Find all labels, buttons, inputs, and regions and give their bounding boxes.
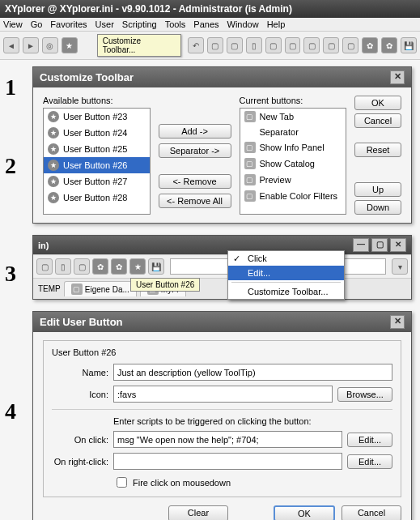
- menu-go[interactable]: Go: [31, 19, 43, 29]
- close-icon[interactable]: ✕: [390, 315, 405, 329]
- panes2-icon[interactable]: ▢: [265, 37, 282, 53]
- menu-panes[interactable]: Panes: [193, 19, 218, 29]
- back-icon[interactable]: ◄: [3, 37, 19, 53]
- ctx-edit[interactable]: Edit...: [228, 266, 344, 280]
- remove-all-button[interactable]: <- Remove All: [159, 194, 231, 208]
- target-icon[interactable]: ◎: [42, 37, 58, 53]
- menu-view[interactable]: View: [3, 19, 23, 29]
- ok-button[interactable]: OK: [354, 96, 401, 110]
- list-item[interactable]: ▢Preview: [240, 172, 346, 188]
- gear-icon[interactable]: ✿: [381, 37, 397, 53]
- user-button-icon: ★: [48, 127, 59, 139]
- maximize-icon[interactable]: ▢: [371, 238, 388, 252]
- up-button[interactable]: Up: [354, 182, 401, 197]
- tb-icon[interactable]: ▢: [323, 37, 339, 53]
- star-icon[interactable]: ★: [129, 258, 146, 275]
- list-item[interactable]: ★User Button #28: [44, 190, 150, 206]
- close-icon[interactable]: ✕: [390, 238, 406, 252]
- tb-icon[interactable]: ▯: [55, 258, 71, 275]
- panel-title: in): [38, 241, 49, 250]
- list-item[interactable]: ★User Button #23: [44, 109, 150, 125]
- available-list[interactable]: ★User Button #23 ★User Button #24 ★User …: [43, 108, 151, 215]
- ctx-customize[interactable]: Customize Toolbar...: [228, 284, 344, 299]
- remove-button[interactable]: <- Remove: [159, 174, 231, 189]
- dropdown-icon[interactable]: ▾: [392, 258, 408, 275]
- tab-temp[interactable]: TEMP: [38, 284, 61, 293]
- fire-checkbox[interactable]: [117, 477, 127, 488]
- context-menu: ✓Click Edit... Customize Toolbar...: [227, 250, 345, 300]
- window-title: XYplorer @ XYplorer.ini - v9.90.1012 - A…: [0, 0, 420, 18]
- tb-icon[interactable]: ▢: [74, 258, 90, 275]
- add-button[interactable]: Add ->: [159, 124, 231, 139]
- name-input[interactable]: [113, 364, 392, 381]
- cancel-button[interactable]: Cancel: [342, 505, 401, 520]
- star-icon[interactable]: ★: [62, 37, 78, 53]
- dialog-title: Edit User Button: [40, 316, 123, 328]
- minimize-icon[interactable]: —: [353, 238, 369, 252]
- onrightclick-input[interactable]: [113, 453, 342, 470]
- gear-icon[interactable]: ✿: [92, 258, 108, 275]
- menu-help[interactable]: Help: [267, 19, 286, 29]
- available-label: Available buttons:: [43, 96, 151, 105]
- newtab-icon: ▢: [244, 111, 256, 122]
- color-icon: ▢: [244, 190, 256, 202]
- step-1: 1: [5, 75, 16, 100]
- list-item[interactable]: ▢Show Catalog: [240, 156, 346, 172]
- menu-window[interactable]: Window: [227, 19, 259, 29]
- tab[interactable]: ▢Eigene Da...: [64, 281, 137, 296]
- undo-icon[interactable]: ↶: [188, 37, 204, 53]
- ctx-click[interactable]: ✓Click: [228, 251, 344, 266]
- current-list[interactable]: ▢New Tab Separator ▢Show Info Panel ▢Sho…: [240, 108, 347, 215]
- button-tooltip: User Button #26: [130, 278, 200, 292]
- step-3: 3: [5, 261, 16, 287]
- icon-input[interactable]: [113, 386, 333, 403]
- tb-icon[interactable]: ▢: [285, 37, 301, 53]
- catalog-icon: ▢: [244, 158, 256, 169]
- tb-icon[interactable]: ▢: [227, 37, 243, 53]
- preview-icon: ▢: [244, 174, 256, 185]
- browse-button[interactable]: Browse...: [337, 387, 392, 402]
- onclick-input[interactable]: [113, 431, 342, 448]
- tb-icon[interactable]: ▢: [303, 37, 320, 53]
- menu-tools[interactable]: Tools: [165, 19, 186, 29]
- list-item[interactable]: ★User Button #27: [44, 173, 150, 190]
- user-button-icon: ★: [48, 160, 59, 171]
- list-item[interactable]: ★User Button #25: [44, 141, 150, 157]
- customize-tooltip: Customize Toolbar...: [97, 34, 181, 57]
- down-button[interactable]: Down: [354, 200, 401, 215]
- tb-icon[interactable]: ▢: [36, 258, 53, 275]
- menu-bar: View Go Favorites User Scripting Tools P…: [0, 18, 420, 32]
- script-label: Enter scripts to be triggered on clickin…: [113, 416, 392, 426]
- panes1-icon[interactable]: ▯: [246, 37, 262, 53]
- tb-icon[interactable]: ▢: [207, 37, 223, 53]
- save-icon[interactable]: 💾: [148, 258, 164, 275]
- edit-button[interactable]: Edit...: [347, 433, 392, 447]
- list-item[interactable]: ▢Show Info Panel: [240, 139, 346, 156]
- cancel-button[interactable]: Cancel: [354, 113, 401, 128]
- separator-button[interactable]: Separator ->: [159, 143, 231, 158]
- ok-button[interactable]: OK: [274, 505, 335, 520]
- edit-button[interactable]: Edit...: [347, 454, 392, 469]
- close-icon[interactable]: ✕: [390, 70, 405, 84]
- list-item[interactable]: Separator: [240, 125, 346, 139]
- onrightclick-label: On right-click:: [52, 457, 108, 467]
- button-header: User Button #26: [52, 347, 392, 357]
- menu-user[interactable]: User: [95, 19, 114, 29]
- gear-icon[interactable]: ✿: [362, 37, 378, 53]
- menu-favorites[interactable]: Favorites: [50, 19, 87, 29]
- menu-scripting[interactable]: Scripting: [122, 19, 157, 29]
- tb-icon[interactable]: ▢: [342, 37, 358, 53]
- forward-icon[interactable]: ►: [23, 37, 39, 53]
- tab-bar: TEMP ▢Eigene Da... ▢MyFi: [33, 279, 411, 299]
- dialog-title: Customize Toolbar: [40, 71, 134, 83]
- list-item[interactable]: ▢New Tab: [240, 109, 346, 125]
- reset-button[interactable]: Reset: [354, 143, 401, 157]
- clear-button[interactable]: Clear: [168, 505, 228, 520]
- panel-toolbar: ▢ ▯ ▢ ✿ ✿ ★ 💾 ▾ User Button #26 ✓Click E…: [33, 254, 411, 279]
- list-item[interactable]: ★User Button #24: [44, 125, 150, 141]
- gear-icon[interactable]: ✿: [111, 258, 127, 275]
- save-icon[interactable]: 💾: [401, 37, 417, 53]
- main-toolbar: ◄ ► ◎ ★ Customize Toolbar... ↶ ▢ ▢ ▯ ▢ ▢…: [0, 32, 420, 60]
- list-item[interactable]: ▢Enable Color Filters: [240, 188, 346, 204]
- list-item-selected[interactable]: ★User Button #26: [44, 157, 150, 173]
